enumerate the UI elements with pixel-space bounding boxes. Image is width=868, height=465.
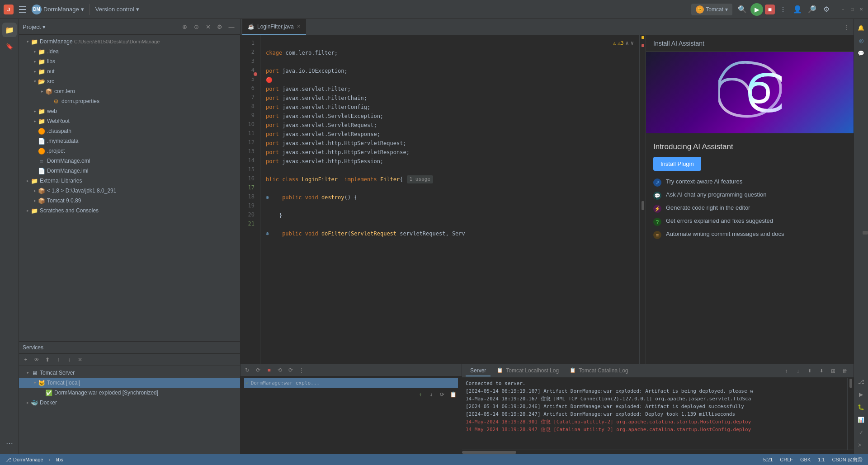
- toggle-view-btn[interactable]: 👁: [32, 355, 42, 365]
- vcs-btn[interactable]: ⎇: [856, 376, 867, 387]
- hamburger-menu[interactable]: [17, 4, 28, 15]
- ai-chat-btn[interactable]: ◎: [856, 35, 867, 46]
- tab-login-filter[interactable]: ☕ LoginFilter.java ✕: [242, 19, 306, 35]
- sidebar-actions: ⊕ ⊙ ✕ ⚙ —: [179, 22, 236, 32]
- settings-icon[interactable]: ⚙: [820, 3, 833, 16]
- restart-btn[interactable]: ⟲: [275, 365, 285, 375]
- tree-item-dorm-properties[interactable]: ⚙ dorm.properties: [19, 96, 240, 106]
- iml-icon: 📄: [38, 167, 45, 174]
- project-view-btn[interactable]: 📁: [2, 23, 17, 37]
- tab-server[interactable]: Server: [466, 366, 491, 376]
- scroll-down-btn[interactable]: ↓: [793, 366, 803, 376]
- download-btn[interactable]: ↓: [426, 390, 436, 399]
- eml-icon: ≡: [38, 157, 45, 164]
- tree-item-webroot[interactable]: ▸ 📁 WebRoot: [19, 116, 240, 126]
- more-opts-btn[interactable]: ⋮: [297, 365, 307, 375]
- close-sidebar-btn[interactable]: ✕: [203, 22, 213, 32]
- tree-item-com-lero[interactable]: ▸ 📦 com.lero: [19, 86, 240, 96]
- search-btn[interactable]: 🔎: [806, 3, 818, 16]
- close-service-btn[interactable]: ✕: [75, 355, 85, 365]
- tree-item-dormmanage-root[interactable]: ▾ 📁 DormManage C:\Users\86150\Desktop\Do…: [19, 37, 240, 47]
- terminal-btn[interactable]: >_: [856, 440, 867, 451]
- tab-more-btn[interactable]: ⋮: [841, 22, 852, 33]
- add-service-btn[interactable]: +: [21, 355, 31, 365]
- encoding[interactable]: GBK: [798, 457, 812, 462]
- tree-path: C:\Users\86150\Desktop\DormManage: [73, 39, 160, 44]
- line-ending[interactable]: CRLF: [778, 457, 795, 462]
- minimize-btn[interactable]: −: [840, 6, 846, 13]
- run-button[interactable]: ▶: [750, 3, 763, 16]
- tree-item-idea[interactable]: ▸ 📁 .idea: [19, 47, 240, 56]
- git-branch-item[interactable]: ⎇ DormManage: [4, 457, 45, 463]
- tree-item-libs[interactable]: ▸ 📁 libs: [19, 56, 240, 66]
- bookmarks-btn[interactable]: 🔖: [2, 39, 17, 53]
- export-btn[interactable]: ⬆: [42, 355, 52, 365]
- breadcrumb-libs[interactable]: libs: [54, 457, 65, 462]
- tab-tomcat-catalina[interactable]: 📋 Tomcat Catalina Log: [565, 366, 632, 376]
- service-war-artifact[interactable]: ✅ DormManage:war exploded [Synchronized]: [19, 388, 240, 398]
- chat-btn[interactable]: 💬: [856, 48, 867, 59]
- tree-item-scratches[interactable]: ▸ 📁 Scratches and Consoles: [19, 206, 240, 216]
- clear-log-btn[interactable]: 🗑: [840, 366, 850, 376]
- tree-label: web: [47, 108, 57, 114]
- service-tomcat-server[interactable]: ▾ 🖥 Tomcat Server: [19, 368, 240, 378]
- reload-btn[interactable]: ⟳: [286, 365, 296, 375]
- scroll-up-btn[interactable]: ↑: [781, 366, 791, 376]
- tab-close-btn[interactable]: ✕: [297, 23, 301, 29]
- tree-item-jdk[interactable]: ▸ 📦 < 1.8 > D:\Java\jdk1.8.0_291: [19, 186, 240, 196]
- sync-btn[interactable]: ⟳: [437, 390, 447, 399]
- maximize-btn[interactable]: □: [849, 6, 855, 13]
- profile-btn[interactable]: 📊: [856, 414, 867, 425]
- extra-btn[interactable]: ⋯: [2, 436, 17, 451]
- close-btn[interactable]: ✕: [858, 6, 864, 13]
- tree-item-src[interactable]: ▾ 📂 src: [19, 76, 240, 86]
- tree-item-classpath[interactable]: 🟠 .classpath: [19, 126, 240, 136]
- log-item-war[interactable]: ✓ DormManage:war explo...: [244, 378, 458, 388]
- tree-item-project[interactable]: 🟠 .project: [19, 146, 240, 156]
- tree-item-mymetadata[interactable]: 📄 .mymetadata: [19, 136, 240, 146]
- todo-btn[interactable]: ✓: [856, 427, 867, 438]
- tree-item-out[interactable]: ▸ 📁 out: [19, 66, 240, 76]
- log-scroll-thumb[interactable]: [849, 379, 852, 388]
- move-down-btn[interactable]: ↓: [64, 355, 74, 365]
- right-scroll-down[interactable]: ⬇: [816, 366, 826, 376]
- service-docker[interactable]: ▸ 🐳 Docker: [19, 398, 240, 408]
- right-scroll-up[interactable]: ⬆: [805, 366, 815, 376]
- code-content[interactable]: ⚠ ⚠3 ∧ ∨ ckage com.lero.filter; port jav…: [260, 35, 639, 364]
- scroll-thumb[interactable]: [642, 201, 644, 210]
- search-icon[interactable]: 🔍: [736, 3, 749, 16]
- upload-btn[interactable]: ↑: [415, 390, 425, 399]
- settings-btn[interactable]: ⚙: [215, 22, 225, 32]
- run-btn-right[interactable]: ▶: [856, 389, 867, 400]
- notification-btn[interactable]: 🔔: [856, 23, 867, 33]
- tree-item-tomcat[interactable]: ▸ 📦 Tomcat 9.0.89: [19, 196, 240, 206]
- install-plugin-btn[interactable]: Install Plugin: [653, 157, 701, 171]
- tab-tomcat-localhost[interactable]: 📋 Tomcat Localhost Log: [492, 366, 563, 376]
- service-tomcat-local[interactable]: ▾ 🐱 Tomcat [local]: [19, 378, 240, 388]
- tree-item-external-libs[interactable]: ▸ 📁 External Libraries: [19, 176, 240, 186]
- project-selector[interactable]: DM DormManage: [32, 5, 84, 14]
- csdn-label[interactable]: CSDN @愈骨: [830, 456, 864, 463]
- csdn-text: CSDN @愈骨: [832, 456, 863, 463]
- cursor-position[interactable]: 5:21: [761, 457, 774, 462]
- version-control-btn[interactable]: Version control: [95, 6, 139, 13]
- hide-btn[interactable]: —: [226, 22, 236, 32]
- debug-btn[interactable]: 🐛: [856, 402, 867, 413]
- locate-btn[interactable]: ⊙: [191, 22, 201, 32]
- collapse-all-btn[interactable]: ⊕: [179, 22, 189, 32]
- indent-settings[interactable]: 1:1: [816, 457, 826, 462]
- profile-icon[interactable]: 👤: [791, 3, 804, 16]
- h-scroll-thumb[interactable]: [462, 451, 516, 454]
- more-options-btn[interactable]: ⋮: [777, 3, 789, 16]
- refresh2-btn[interactable]: ⟳: [253, 365, 263, 375]
- stop-server-btn[interactable]: ■: [264, 365, 274, 375]
- tree-item-eml[interactable]: ≡ DormManage.eml: [19, 156, 240, 166]
- tree-item-web[interactable]: ▸ 📁 web: [19, 106, 240, 116]
- copy-btn[interactable]: 📋: [448, 390, 458, 399]
- tomcat-selector[interactable]: 🐱 Tomcat: [691, 4, 732, 15]
- move-up-btn[interactable]: ↑: [53, 355, 63, 365]
- tree-item-iml[interactable]: 📄 DormManage.iml: [19, 166, 240, 176]
- stop-button[interactable]: ■: [765, 5, 775, 14]
- fit-to-window[interactable]: ⊞: [828, 366, 838, 376]
- refresh-btn[interactable]: ↻: [242, 365, 252, 375]
